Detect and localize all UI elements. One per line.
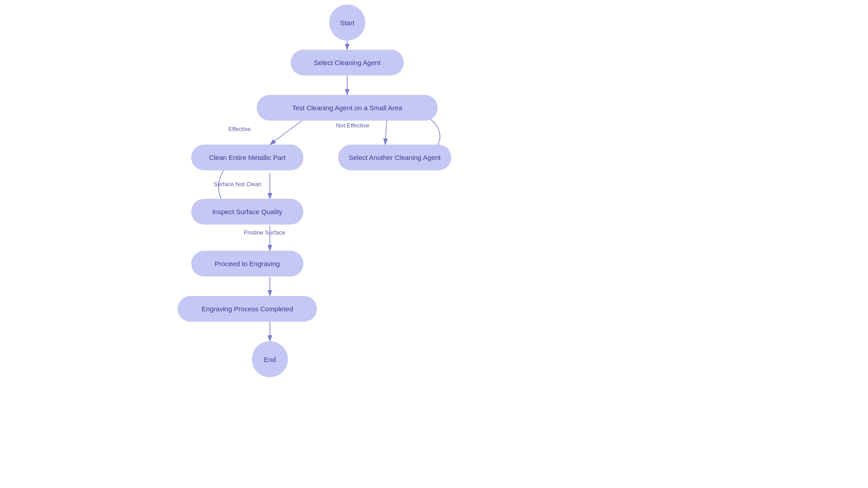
surface-not-clean-label: Surface Not Clean <box>212 181 264 188</box>
start-node: Start <box>329 5 365 41</box>
not-effective-label: Not Effective <box>330 122 375 129</box>
svg-line-3 <box>270 117 307 145</box>
svg-line-4 <box>385 117 387 145</box>
inspect-surface-node: Inspect Surface Quality <box>191 199 303 225</box>
test-cleaning-agent-node: Test Cleaning Agent on a Small Area <box>257 95 438 121</box>
select-cleaning-agent-node: Select Cleaning Agent <box>291 50 404 75</box>
effective-label: Effective <box>222 126 258 132</box>
engraving-completed-node: Engraving Process Completed <box>178 296 317 322</box>
select-another-agent-node: Select Another Cleaning Agent <box>338 145 451 170</box>
edges-svg <box>0 0 868 488</box>
clean-entire-part-node: Clean Entire Metallic Part <box>191 145 303 170</box>
end-node: End <box>252 341 288 377</box>
pristine-surface-label: Pristine Surface <box>240 229 289 236</box>
flowchart-diagram: Start Select Cleaning Agent Test Cleanin… <box>0 0 868 488</box>
proceed-engraving-node: Proceed to Engraving <box>191 251 303 277</box>
